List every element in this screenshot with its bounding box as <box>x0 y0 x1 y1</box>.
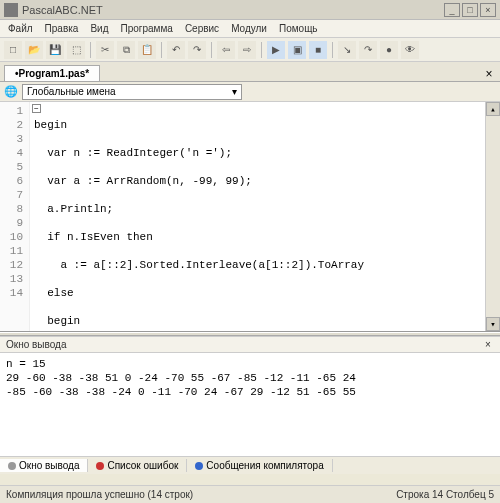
menu-edit[interactable]: Правка <box>45 23 79 34</box>
output-close-icon[interactable]: × <box>482 339 494 350</box>
code-line: a := a[::2].Sorted.Interleave(a[1::2]).T… <box>34 258 481 272</box>
tab-errors[interactable]: Список ошибок <box>88 459 187 472</box>
tab-output[interactable]: Окно вывода <box>0 459 88 472</box>
cut-icon[interactable]: ✂ <box>96 41 114 59</box>
toolbar-separator <box>161 42 162 58</box>
scope-combo-label: Глобальные имена <box>27 86 116 97</box>
menu-view[interactable]: Вид <box>90 23 108 34</box>
open-icon[interactable]: 📂 <box>25 41 43 59</box>
code-line: var a := ArrRandom(n, -99, 99); <box>34 174 481 188</box>
window-title: PascalABC.NET <box>22 4 103 16</box>
code-line: else <box>34 286 481 300</box>
status-compile-message: Компиляция прошла успешно (14 строк) <box>6 489 193 500</box>
line-number: 4 <box>0 146 23 160</box>
tab-output-label: Окно вывода <box>19 460 79 471</box>
line-number: 7 <box>0 188 23 202</box>
code-line: begin <box>34 314 481 328</box>
line-number: 3 <box>0 132 23 146</box>
menu-modules[interactable]: Модули <box>231 23 267 34</box>
redo-icon[interactable]: ↷ <box>188 41 206 59</box>
line-gutter: 1 2 3 4 5 6 7 8 9 10 11 12 13 14 <box>0 102 30 331</box>
watch-icon[interactable]: 👁 <box>401 41 419 59</box>
scroll-up-icon[interactable]: ▴ <box>486 102 500 116</box>
line-number: 14 <box>0 286 23 300</box>
tab-errors-label: Список ошибок <box>107 460 178 471</box>
undo-icon[interactable]: ↶ <box>167 41 185 59</box>
menu-help[interactable]: Помощь <box>279 23 318 34</box>
dot-icon <box>96 462 104 470</box>
code-line: if n.IsEven then <box>34 230 481 244</box>
statusbar: Компиляция прошла успешно (14 строк) Стр… <box>0 485 500 503</box>
paste-icon[interactable]: 📋 <box>138 41 156 59</box>
fold-toggle-icon[interactable]: − <box>32 104 41 113</box>
code-editor[interactable]: 1 2 3 4 5 6 7 8 9 10 11 12 13 14 − begin… <box>0 102 500 332</box>
step-into-icon[interactable]: ↘ <box>338 41 356 59</box>
chevron-down-icon: ▾ <box>232 86 237 97</box>
toolbar-separator <box>90 42 91 58</box>
line-number: 11 <box>0 244 23 258</box>
toolbar-separator <box>211 42 212 58</box>
nav-fwd-icon[interactable]: ⇨ <box>238 41 256 59</box>
close-button[interactable]: × <box>480 3 496 17</box>
menubar: Файл Правка Вид Программа Сервис Модули … <box>0 20 500 38</box>
output-text[interactable]: n = 15 29 -60 -38 -38 51 0 -24 -70 55 -6… <box>0 353 500 456</box>
maximize-button[interactable]: □ <box>462 3 478 17</box>
stop-icon[interactable]: ■ <box>309 41 327 59</box>
step-over-icon[interactable]: ↷ <box>359 41 377 59</box>
scroll-down-icon[interactable]: ▾ <box>486 317 500 331</box>
app-icon <box>4 3 18 17</box>
tab-compiler-label: Сообщения компилятора <box>206 460 323 471</box>
editor-scrollbar[interactable]: ▴ ▾ <box>485 102 500 331</box>
tabbar: •Program1.pas* × <box>0 62 500 82</box>
code-line: a.Println; <box>34 202 481 216</box>
line-number: 9 <box>0 216 23 230</box>
code-area[interactable]: begin var n := ReadInteger('n ='); var a… <box>30 102 485 331</box>
status-cursor-position: Строка 14 Столбец 5 <box>396 489 494 500</box>
scope-globe-icon[interactable]: 🌐 <box>4 85 18 99</box>
line-number: 6 <box>0 174 23 188</box>
line-number: 2 <box>0 118 23 132</box>
dot-icon <box>8 462 16 470</box>
tab-close-icon[interactable]: × <box>482 67 496 81</box>
run-icon[interactable]: ▶ <box>267 41 285 59</box>
tab-program1[interactable]: •Program1.pas* <box>4 65 100 81</box>
code-line: begin <box>34 118 481 132</box>
scope-combo[interactable]: Глобальные имена ▾ <box>22 84 242 100</box>
copy-icon[interactable]: ⧉ <box>117 41 135 59</box>
code-line: var n := ReadInteger('n ='); <box>34 146 481 160</box>
titlebar: PascalABC.NET _ □ × <box>0 0 500 20</box>
save-all-icon[interactable]: ⬚ <box>67 41 85 59</box>
line-number: 10 <box>0 230 23 244</box>
line-number: 5 <box>0 160 23 174</box>
toolbar-separator <box>332 42 333 58</box>
bottom-tabs: Окно вывода Список ошибок Сообщения комп… <box>0 456 500 474</box>
toolbar: □ 📂 💾 ⬚ ✂ ⧉ 📋 ↶ ↷ ⇦ ⇨ ▶ ▣ ■ ↘ ↷ ● 👁 <box>0 38 500 62</box>
breakpoint-icon[interactable]: ● <box>380 41 398 59</box>
nav-back-icon[interactable]: ⇦ <box>217 41 235 59</box>
scope-bar: 🌐 Глобальные имена ▾ <box>0 82 500 102</box>
compile-icon[interactable]: ▣ <box>288 41 306 59</box>
line-number: 12 <box>0 258 23 272</box>
line-number: 8 <box>0 202 23 216</box>
line-number: 13 <box>0 272 23 286</box>
save-icon[interactable]: 💾 <box>46 41 64 59</box>
minimize-button[interactable]: _ <box>444 3 460 17</box>
output-panel: Окно вывода × n = 15 29 -60 -38 -38 51 0… <box>0 336 500 456</box>
menu-service[interactable]: Сервис <box>185 23 219 34</box>
dot-icon <box>195 462 203 470</box>
toolbar-separator <box>261 42 262 58</box>
menu-file[interactable]: Файл <box>8 23 33 34</box>
menu-program[interactable]: Программа <box>120 23 172 34</box>
new-file-icon[interactable]: □ <box>4 41 22 59</box>
line-number: 1 <box>0 104 23 118</box>
output-title: Окно вывода <box>6 339 66 350</box>
tab-compiler[interactable]: Сообщения компилятора <box>187 459 332 472</box>
